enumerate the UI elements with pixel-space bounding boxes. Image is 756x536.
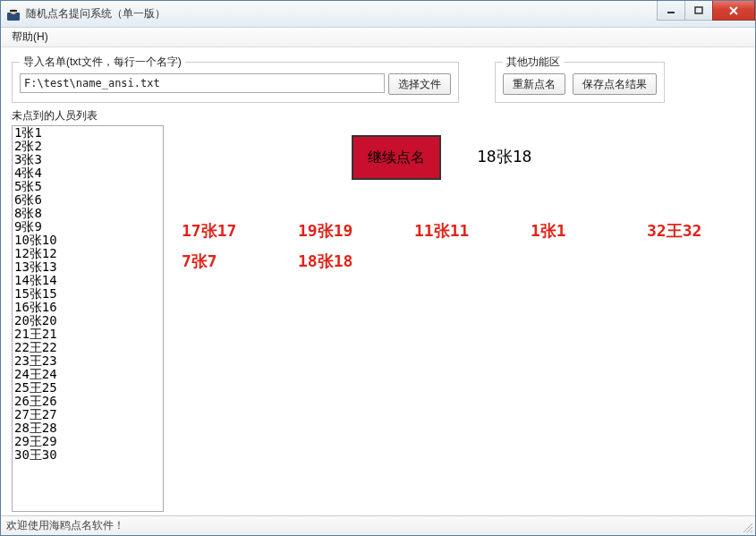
status-text: 欢迎使用海鸥点名软件！ (6, 518, 124, 533)
list-item[interactable]: 4张4 (13, 166, 163, 180)
other-legend: 其他功能区 (503, 55, 564, 70)
continue-call-button[interactable]: 继续点名 (352, 135, 441, 180)
restart-button[interactable]: 重新点名 (503, 73, 565, 95)
import-group: 导入名单(txt文件，每行一个名字) 选择文件 (12, 55, 459, 103)
list-item[interactable]: 9张9 (13, 220, 163, 234)
called-item: 18张18 (298, 251, 414, 272)
list-item[interactable]: 21王21 (13, 328, 163, 341)
list-item[interactable]: 29王29 (13, 435, 163, 448)
menu-help[interactable]: 帮助(H) (6, 28, 54, 47)
called-item: 17张17 (182, 220, 298, 242)
list-item[interactable]: 26王26 (13, 395, 163, 408)
called-grid: 17张1719张1911张111张132王327张718张18 (182, 220, 744, 272)
top-row: 导入名单(txt文件，每行一个名字) 选择文件 其他功能区 重新点名 保存点名结… (12, 55, 744, 103)
close-button[interactable] (712, 1, 755, 21)
left-column: 未点到的人员列表 1张12张23张34张45张56张68张89张910张1012… (12, 108, 164, 512)
save-result-button[interactable]: 保存点名结果 (573, 73, 657, 95)
list-item[interactable]: 10张10 (13, 234, 163, 247)
file-path-input[interactable] (20, 73, 385, 93)
list-item[interactable]: 16张16 (13, 301, 163, 314)
called-item: 32王32 (647, 220, 756, 242)
list-item[interactable]: 24王24 (13, 368, 163, 381)
called-item: 19张19 (298, 220, 414, 242)
list-item[interactable]: 28王28 (13, 421, 163, 435)
resize-grip[interactable] (741, 521, 753, 533)
titlebar: 随机点名提问系统（单一版） (1, 1, 755, 28)
uncalled-listbox[interactable]: 1张12张23张34张45张56张68张89张910张1012张1213张131… (13, 126, 163, 511)
app-icon (6, 7, 21, 21)
maximize-button[interactable] (684, 1, 713, 21)
called-item: 11张11 (414, 220, 531, 242)
list-item[interactable]: 14张14 (13, 274, 163, 287)
statusbar: 欢迎使用海鸥点名软件！ (1, 515, 755, 535)
list-item[interactable]: 8张8 (13, 207, 163, 220)
svg-rect-2 (10, 10, 17, 12)
list-item[interactable]: 2张2 (13, 140, 163, 153)
other-group: 其他功能区 重新点名 保存点名结果 (495, 55, 665, 103)
minimize-button[interactable] (657, 1, 685, 21)
list-item[interactable]: 12张12 (13, 247, 163, 260)
list-item[interactable]: 6张6 (13, 193, 163, 207)
right-column: 继续点名 18张18 17张1719张1911张111张132王327张718张… (164, 108, 744, 512)
import-legend: 导入名单(txt文件，每行一个名字) (20, 55, 185, 70)
menubar: 帮助(H) (1, 28, 755, 47)
listbox-label: 未点到的人员列表 (12, 108, 164, 123)
list-item[interactable]: 20张20 (13, 314, 163, 328)
list-item[interactable]: 3张3 (13, 153, 163, 166)
listbox-wrap: 1张12张23张34张45张56张68张89张910张1012张1213张131… (12, 125, 164, 512)
content-area: 导入名单(txt文件，每行一个名字) 选择文件 其他功能区 重新点名 保存点名结… (1, 47, 755, 515)
window-title: 随机点名提问系统（单一版） (26, 6, 166, 21)
list-item[interactable]: 23王23 (13, 354, 163, 368)
app-window: 随机点名提问系统（单一版） 帮助(H) 导入名单(txt文件，每行一个名字) 选… (0, 0, 756, 536)
list-item[interactable]: 22王22 (13, 341, 163, 354)
window-controls (658, 1, 755, 21)
current-name-display: 18张18 (477, 146, 531, 167)
list-item[interactable]: 13张13 (13, 260, 163, 274)
list-item[interactable]: 30王30 (13, 448, 163, 462)
list-item[interactable]: 5张5 (13, 180, 163, 193)
list-item[interactable]: 25王25 (13, 381, 163, 395)
list-item[interactable]: 27王27 (13, 408, 163, 421)
main-row: 未点到的人员列表 1张12张23张34张45张56张68张89张910张1012… (12, 108, 744, 512)
choose-file-button[interactable]: 选择文件 (388, 73, 451, 95)
svg-line-9 (751, 531, 752, 532)
list-item[interactable]: 1张1 (13, 126, 163, 140)
svg-rect-4 (695, 7, 702, 13)
list-item[interactable]: 15张15 (13, 287, 163, 301)
called-item: 1张1 (531, 220, 647, 242)
called-item: 7张7 (182, 251, 298, 272)
